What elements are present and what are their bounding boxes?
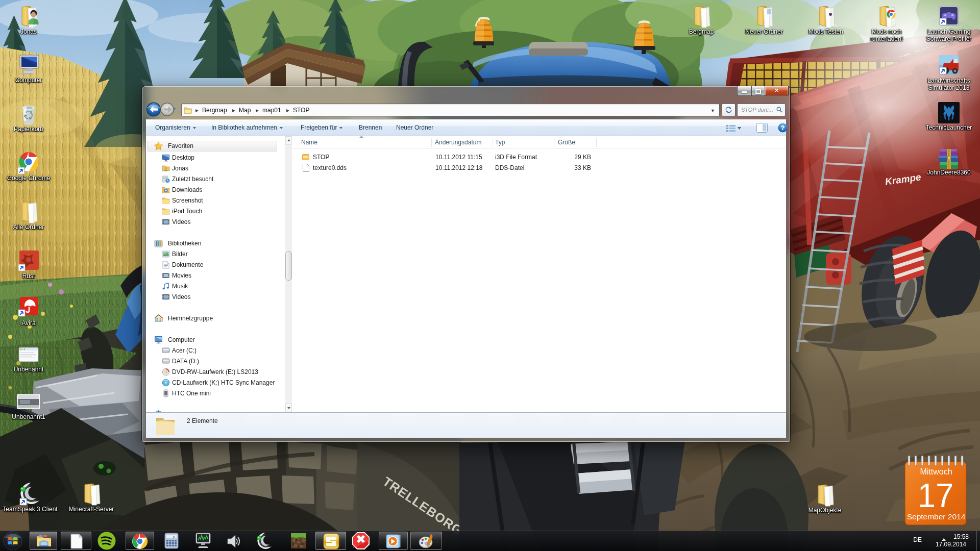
svg-text:17: 17 [918,477,953,514]
svg-text:September 2014: September 2014 [907,512,966,521]
svg-text:Mittwoch: Mittwoch [920,467,952,476]
svg-text:?: ? [781,124,785,132]
